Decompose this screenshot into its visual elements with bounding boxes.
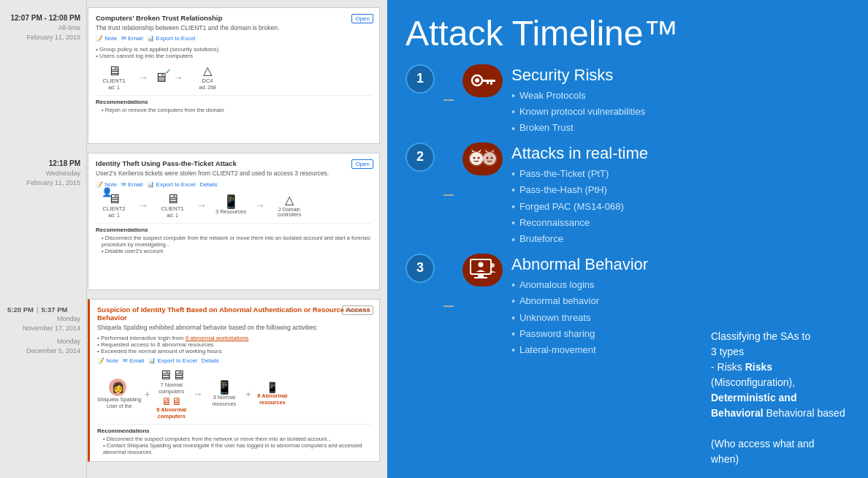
event-actions-2[interactable]: 📝 Note ✉ Email 📊 Export to Excel Details [96,181,372,188]
diagram-2: 🖥👤 CLIENT2ad: 1 → 🖥 CLIENT1ad: 1 → 📱 3 R… [96,192,372,219]
desc-who-line1: (Who access what and [711,438,815,449]
diagram-1: 🖥 CLIENT1ad: 1 → 🖥 ✓ → △ DC4ad: 268 [96,64,372,91]
event-title-3: Suspicion of Identity Theft Based on Abn… [97,306,372,322]
open-button-1[interactable]: Open [351,14,373,23]
action-export-2[interactable]: 📊 Export to Excel [147,181,195,188]
time-column-3: 5:20 PM|5:37 PM Monday November 17, 2014… [0,299,88,462]
list-item-1-1: Weak Protocols [511,88,704,104]
description-box: Classifying the SAs to 3 types - Risks R… [704,64,850,467]
svg-rect-18 [478,274,484,277]
list-item-3-1: Anomalous logins [511,277,704,293]
timeline-item-3: 5:20 PM|5:37 PM Monday November 17, 2014… [0,299,387,462]
main-title: Attack Timeline™ [406,15,850,53]
action-note-3[interactable]: 📝 Note [97,357,118,364]
recommendations-1: Recommendations • Rejoin or remove the c… [96,95,372,113]
list-item-1-3: Broken Trust [511,121,704,137]
svg-point-8 [473,157,475,159]
svg-point-14 [490,157,492,159]
event-actions-3[interactable]: 📝 Note ✉ Email 📊 Export to Excel Details [97,357,372,364]
bullet-3-1: • Performed interactive login from 6 abn… [97,335,248,341]
category-list-1: Weak Protocols Known protocol vulnerabil… [511,88,704,137]
desc-line3: - Risks [711,361,742,373]
svg-point-21 [490,263,495,268]
category-title-2: Attacks in real-time [511,144,704,163]
list-item-2-5: Bruteforce [511,232,704,248]
svg-point-12 [483,152,496,165]
category-icon-1 [462,64,503,97]
action-export-3[interactable]: 📊 Export to Excel [148,357,197,364]
time-day-2: Wednesday [7,169,80,178]
desc-who-line2: when) [711,453,739,465]
action-details-2[interactable]: Details [199,181,217,188]
desc-behavioral: Behavioral [711,407,764,419]
action-email-1[interactable]: ✉ Email [121,35,142,42]
category-number-3: 3 [406,254,435,283]
svg-point-9 [477,157,479,159]
svg-point-13 [486,157,488,159]
category-abnormal: 3 [406,254,704,359]
list-item-3-2: Abnormal behavior [511,293,704,309]
desc-based: Behavioral based [766,407,845,419]
bullet-3-2: • Requested access to 6 abnormal resourc… [97,341,213,348]
diagram-3: 👩 Shiquela SpaldingUser of the + 🖥🖥 7 No… [97,368,372,420]
action-email-3[interactable]: ✉ Email [123,357,144,364]
description-text: Classifying the SAs to 3 types - Risks R… [711,329,850,467]
timeline-item-2: 12:18 PM Wednesday February 11, 2015 Ide… [0,153,387,289]
timeline-item-1: 12:07 PM - 12:08 PM All-time February 11… [0,7,387,144]
list-item-3-5: Lateral-movement [511,342,704,358]
time-primary-2: 12:18 PM [7,159,80,169]
timeline-container: 12:07 PM - 12:08 PM All-time February 11… [0,0,387,478]
category-text-1: Security Risks Weak Protocols Known prot… [511,64,704,137]
list-item-2-1: Pass-the-Ticket (PtT) [511,166,704,182]
bullet-1-1: • Group policy is not applied (security … [96,46,218,53]
bullet-1-2: • Users cannot log into the computers [96,53,193,59]
list-item-1-2: Known protocol vulnerabilities [511,104,704,120]
category-list-2: Pass-the-Ticket (PtT) Pass-the-Hash (PtH… [511,166,704,248]
category-number-2: 2 [406,143,435,172]
time-double-3: 5:20 PM|5:37 PM [7,305,80,314]
desc-line2: 3 types [711,346,744,357]
list-item-2-3: Forged PAC (MS14-068) [511,199,704,215]
time-primary-1: 12:07 PM - 12:08 PM [7,13,80,23]
svg-rect-19 [474,277,487,278]
desc-line1: Classifying the SAs to [711,330,810,342]
recommendations-2: Recommendations • Disconnect the suspect… [96,223,372,254]
category-icon-2 [462,143,503,175]
event-desc-2: User2's Kerberos tickets were stolen fro… [96,170,372,178]
time-date-2: February 11, 2015 [7,178,80,188]
desc-risks-bold: Risks [745,361,772,373]
desc-deterministic: Deterministic and [711,392,796,403]
open-button-2[interactable]: Open [351,159,373,169]
event-title-1: Computers' Broken Trust Relationship [96,14,372,22]
action-email-2[interactable]: ✉ Email [121,181,142,188]
svg-point-1 [475,78,479,83]
right-panel: Attack Timeline™ 1 Sec [387,0,868,478]
action-export-1[interactable]: 📊 Export to Excel [147,35,195,42]
time-date-1: February 11, 2015 [7,33,80,42]
action-note-1[interactable]: 📝 Note [96,35,117,42]
svg-rect-4 [487,82,489,84]
event-card-2: Identity Theft Using Pass-the-Ticket Att… [88,153,380,289]
category-title-1: Security Risks [511,66,704,85]
list-item-3-3: Unknown threats [511,310,704,326]
left-timeline-panel: 12:07 PM - 12:08 PM All-time February 11… [0,0,387,478]
action-details-3[interactable]: Details [201,357,218,364]
svg-rect-2 [482,80,495,82]
svg-rect-3 [490,82,492,85]
list-item-3-4: Password sharing [511,326,704,342]
svg-point-7 [470,152,483,165]
category-list-3: Anomalous logins Abnormal behavior Unkno… [511,277,704,359]
time-column-1: 12:07 PM - 12:08 PM All-time February 11… [0,7,88,144]
list-item-2-2: Pass-the-Hash (PtH) [511,182,704,198]
event-desc-1: The trust relationship between CLIENT1 a… [96,24,372,32]
category-number-1: 1 [406,64,435,94]
event-actions-1[interactable]: 📝 Note ✉ Email 📊 Export to Excel [96,35,372,42]
list-item-2-4: Reconnaissance [511,215,704,231]
time-secondary-1: All-time [7,23,80,33]
resolved-button-3[interactable]: Resolved [342,306,373,315]
event-card-3: Suspicion of Identity Theft Based on Abn… [88,299,380,462]
category-title-3: Abnormal Behavior [511,255,704,274]
category-text-2: Attacks in real-time Pass-the-Ticket (Pt… [511,143,704,248]
recommendations-3: Recommendations • Disconnect the suspect… [97,424,372,455]
categories-column: 1 Security Risks Weak Protocols [406,64,704,467]
